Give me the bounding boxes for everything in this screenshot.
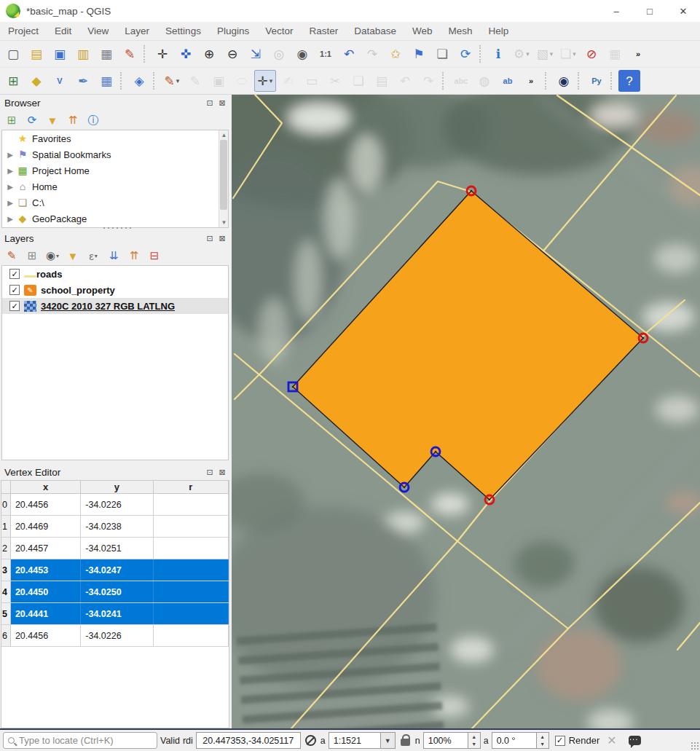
extents-toggle-icon[interactable]	[305, 735, 316, 746]
vertex-r-cell[interactable]	[154, 581, 229, 602]
magnifier-down-icon[interactable]: ▼	[468, 741, 480, 749]
zoom-last-button[interactable]: ↶	[338, 43, 360, 65]
zoom-out-button[interactable]: ⊖	[221, 43, 243, 65]
menu-raster[interactable]: Raster	[301, 22, 346, 40]
vertex-tool-button[interactable]: ✛▾	[254, 70, 276, 92]
show-layout-manager-button[interactable]: ▦	[95, 43, 117, 65]
vertex-r-cell[interactable]	[154, 559, 229, 581]
pan-map-button[interactable]: ✛	[152, 43, 173, 65]
zoom-in-button[interactable]: ⊕	[198, 43, 220, 65]
vertex-editor-float-icon[interactable]: ⊡	[205, 467, 215, 477]
expand-arrow-icon[interactable]: ▶	[5, 167, 15, 175]
layer-item-3420c-2010-327-rgb-latlng[interactable]: ✓3420C 2010 327 RGB LATLNG	[2, 298, 228, 314]
magnifier-up-icon[interactable]: ▲	[468, 733, 480, 741]
current-edits-button[interactable]: ✎▾	[161, 70, 183, 92]
manage-map-themes-button[interactable]: ◉▾	[44, 248, 61, 264]
toolbar1-overflow-button[interactable]: »	[627, 43, 649, 65]
menu-plugins[interactable]: Plugins	[209, 22, 257, 40]
rotation-up-icon[interactable]: ▲	[537, 733, 548, 741]
menu-edit[interactable]: Edit	[47, 22, 79, 40]
deselect-features-all-layers-button[interactable]: ⊘	[581, 43, 602, 65]
scale-value[interactable]: 1:1521	[329, 732, 381, 749]
new-spatial-bookmark-button[interactable]: ✩	[385, 43, 406, 65]
new-shapefile-layer-button[interactable]: V	[49, 70, 71, 92]
vertex-y-cell[interactable]: -34.0226	[81, 625, 153, 646]
metasearch-button[interactable]: ◉	[553, 70, 575, 92]
open-layer-styling-panel-button[interactable]: ✎	[3, 248, 20, 264]
menu-settings[interactable]: Settings	[157, 22, 209, 40]
toolbar2-overflow-button[interactable]: »	[520, 70, 542, 92]
new-temporary-scratch-layer-button[interactable]: ✒	[72, 70, 94, 92]
dropdown-arrow-icon[interactable]: ▾	[526, 50, 530, 58]
panel-splitter[interactable]	[102, 227, 131, 229]
save-project-button[interactable]: ▣	[49, 43, 71, 65]
pin-unpin-labels-button[interactable]: ab	[497, 70, 519, 92]
browser-collapse-all-button[interactable]: ⇈	[64, 112, 82, 128]
scroll-thumb[interactable]	[220, 140, 227, 210]
vertex-y-cell[interactable]: -34.0238	[81, 516, 153, 537]
vertex-x-cell[interactable]: 20.4441	[11, 603, 81, 624]
vertex-r-cell[interactable]	[154, 603, 229, 624]
vertex-row-2[interactable]: 220.4457-34.0251	[1, 538, 229, 559]
magnifier-value[interactable]: 100%	[423, 732, 468, 749]
layers-close-icon[interactable]: ⊠	[217, 233, 227, 243]
identify-features-button[interactable]: ℹ	[487, 43, 509, 65]
layers-float-icon[interactable]: ⊡	[205, 233, 215, 243]
vertex-y-cell[interactable]: -34.0247	[81, 559, 153, 581]
vertex-y-cell[interactable]: -34.0241	[81, 603, 153, 624]
browser-scrollbar[interactable]: ▲ ▼	[219, 130, 228, 227]
menu-mesh[interactable]: Mesh	[441, 22, 481, 40]
vertex-r-cell[interactable]	[154, 516, 229, 537]
rotation-down-icon[interactable]: ▼	[537, 741, 548, 749]
browser-refresh-button[interactable]: ⟳	[23, 112, 41, 128]
resize-grip[interactable]	[691, 742, 699, 750]
menu-help[interactable]: Help	[481, 22, 517, 40]
browser-close-icon[interactable]: ⊠	[217, 98, 227, 108]
add-group-button[interactable]: ⊞	[23, 248, 41, 264]
render-check-icon[interactable]: ✓	[555, 736, 565, 746]
vertex-row-5[interactable]: 520.4441-34.0241	[1, 603, 229, 625]
rotation-value[interactable]: 0.0 °	[492, 732, 537, 749]
show-bookmark-manager-button[interactable]: ❏	[431, 43, 453, 65]
scroll-down-icon[interactable]: ▼	[219, 218, 229, 227]
menu-vector[interactable]: Vector	[257, 22, 301, 40]
zoom-full-button[interactable]: ⇲	[245, 43, 267, 65]
vertex-x-cell[interactable]: 20.4453	[11, 559, 81, 581]
layer-item-school-property[interactable]: ✓✎school_property	[2, 282, 228, 298]
menu-view[interactable]: View	[79, 22, 117, 40]
scale-dropdown-icon[interactable]: ▼	[381, 732, 396, 749]
vertex-y-cell[interactable]: -34.0226	[81, 494, 153, 515]
filter-by-expression-button[interactable]: ε▾	[84, 248, 102, 264]
menu-layer[interactable]: Layer	[117, 22, 157, 40]
help-button[interactable]: ?	[618, 70, 640, 92]
vertex-row-0[interactable]: 020.4456-34.0226	[1, 494, 229, 516]
browser-add-selected-layers-button[interactable]: ⊞	[3, 112, 20, 128]
pan-map-to-selection-button[interactable]: ✜	[175, 43, 197, 65]
expand-arrow-icon[interactable]: ▶	[5, 151, 15, 159]
minimize-button[interactable]: –	[599, 0, 633, 22]
coordinate-input[interactable]: 20.447353,-34.025117	[196, 732, 301, 749]
messages-icon[interactable]	[629, 736, 641, 745]
vertex-row-6[interactable]: 620.4456-34.0226	[1, 625, 229, 647]
dropdown-arrow-icon[interactable]: ▾	[550, 50, 554, 58]
dropdown-arrow-icon[interactable]: ▾	[270, 77, 273, 84]
rotation-spinbox[interactable]: 0.0 ° ▲▼	[492, 732, 549, 749]
layer-visibility-checkbox[interactable]: ✓	[9, 301, 20, 311]
column-header-x[interactable]: x	[11, 481, 81, 493]
expand-arrow-icon[interactable]: ▶	[5, 183, 15, 191]
open-data-source-manager-button[interactable]: ⊞	[2, 70, 24, 92]
maximize-button[interactable]: □	[633, 0, 666, 22]
new-project-button[interactable]: ▢	[2, 43, 24, 65]
expand-all-button[interactable]: ⇊	[105, 248, 122, 264]
vertex-r-cell[interactable]	[154, 494, 229, 515]
browser-item-project-home[interactable]: ▶▦Project Home	[2, 162, 228, 178]
style-manager-button[interactable]: ✎	[119, 43, 141, 65]
scale-combo[interactable]: 1:1521 ▼	[329, 732, 396, 749]
dropdown-arrow-icon[interactable]: ▾	[176, 77, 180, 84]
vertex-x-cell[interactable]: 20.4456	[11, 494, 81, 515]
vertex-row-4[interactable]: 420.4450-34.0250	[1, 581, 229, 603]
collapse-all-button[interactable]: ⇈	[125, 248, 143, 264]
vertex-x-cell[interactable]: 20.4457	[11, 538, 81, 559]
browser-properties-button[interactable]: ⓘ	[84, 112, 102, 128]
browser-item-home[interactable]: ▶⌂Home	[2, 178, 228, 194]
